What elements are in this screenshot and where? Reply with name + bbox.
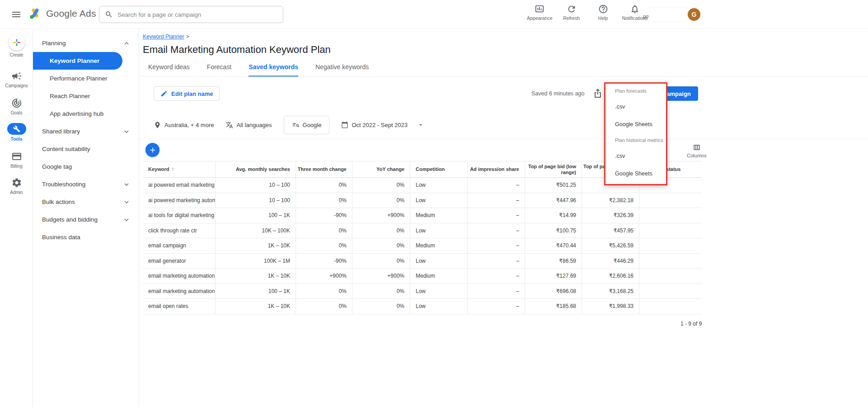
cell-three-month-change: +900% <box>296 269 352 284</box>
plan-forecasts-section-label: Plan forecasts <box>605 84 666 98</box>
table-row[interactable]: email open rates 1K – 10K 0% 0% Low – ₹1… <box>143 299 702 314</box>
cell-top-bid-low: ₹127.69 <box>525 269 582 284</box>
table-row[interactable]: ai tools for digital marketing 100 – 1K … <box>143 208 702 223</box>
cell-account-status <box>639 193 702 208</box>
cell-competition: Medium <box>410 208 468 223</box>
global-search[interactable] <box>99 6 283 23</box>
table-row[interactable]: email marketing automation 1K – 10K +900… <box>143 269 702 284</box>
sidebar-item-content-suitability[interactable]: Content suitability <box>33 140 139 158</box>
edit-plan-name-button[interactable]: Edit plan name <box>154 86 220 101</box>
cell-avg-monthly-searches: 1K – 10K <box>216 269 296 284</box>
billing-icon <box>0 151 33 162</box>
export-dropdown-menu: Plan forecasts .csv Google Sheets Plan h… <box>604 82 667 185</box>
menu-icon[interactable] <box>11 9 22 20</box>
sidebar-item-keyword-planner[interactable]: Keyword Planner <box>33 52 122 70</box>
cell-competition: Low <box>410 193 468 208</box>
rail-item-tools[interactable]: Tools <box>0 123 33 142</box>
locations-filter[interactable]: Australia, + 4 more <box>154 121 214 129</box>
location-pin-icon <box>154 121 161 129</box>
rail-item-campaigns[interactable]: Campaigns <box>0 71 33 88</box>
cell-yoy-change: 0% <box>352 193 410 208</box>
menu-item-forecasts-csv[interactable]: .csv <box>605 98 666 115</box>
help-button[interactable]: Help <box>591 4 616 21</box>
menu-item-historical-google-sheets[interactable]: Google Sheets <box>605 165 666 182</box>
header-top-bid-low[interactable]: Top of page bid (low range) <box>525 161 582 177</box>
cell-competition: Low <box>410 284 468 299</box>
header-competition[interactable]: Competition <box>410 161 468 177</box>
sidebar-item-google-tag[interactable]: Google tag <box>33 158 139 175</box>
refresh-button[interactable]: Refresh <box>559 4 584 21</box>
table-row[interactable]: click through rate ctr 10K – 100K 0% 0% … <box>143 223 702 239</box>
menu-item-forecasts-google-sheets[interactable]: Google Sheets <box>605 115 666 133</box>
cell-competition: Low <box>410 178 468 193</box>
cell-competition: Low <box>410 254 468 269</box>
tab-forecast[interactable]: Forecast <box>207 63 231 77</box>
header-three-month-change[interactable]: Three month change <box>296 161 352 177</box>
chevron-down-icon <box>122 198 131 206</box>
cell-account-status <box>639 223 702 238</box>
pagination-text: 1 - 9 of 9 <box>680 321 702 327</box>
header-yoy-change[interactable]: YoY change <box>352 161 410 177</box>
saved-status-text: Saved 6 minutes ago <box>531 90 584 97</box>
sidebar-section-troubleshooting[interactable]: Troubleshooting <box>33 175 139 193</box>
cell-three-month-change: 0% <box>296 238 352 253</box>
sidebar-section-budgets-and-bidding[interactable]: Budgets and bidding <box>33 211 139 228</box>
cell-yoy-change: 0% <box>352 238 410 253</box>
app-advertising-hub-label: App advertising hub <box>50 110 103 117</box>
languages-filter[interactable]: All languages <box>225 121 272 129</box>
budgets-and-bidding-label: Budgets and bidding <box>42 216 98 223</box>
rail-item-admin[interactable]: Admin <box>0 177 33 195</box>
sort-ascending-icon: ↑ <box>171 166 174 172</box>
sidebar-item-performance-planner[interactable]: Performance Planner <box>33 70 139 87</box>
avatar[interactable]: G <box>688 8 700 21</box>
cell-avg-monthly-searches: 10K – 100K <box>216 223 296 238</box>
tab-keyword-ideas[interactable]: Keyword ideas <box>148 63 190 77</box>
date-range-filter[interactable]: Oct 2022 - Sept 2023 <box>341 121 424 128</box>
sidebar-item-business-data[interactable]: Business data <box>33 228 139 246</box>
table-row[interactable]: email generator 100K – 1M -90% 0% Low – … <box>143 254 702 269</box>
network-filter[interactable]: Google <box>284 116 330 134</box>
header-ad-impression-share[interactable]: Ad impression share <box>468 161 525 177</box>
notifications-icon <box>630 4 640 14</box>
add-keywords-button[interactable] <box>145 143 160 157</box>
table-row[interactable]: email marketing automation s… 100 – 1K 0… <box>143 284 702 299</box>
refresh-label: Refresh <box>563 15 580 21</box>
cell-top-bid-high: ₹457.95 <box>582 223 639 238</box>
cell-three-month-change: 0% <box>296 178 352 193</box>
sidebar-nav: Planning Keyword Planner Performance Pla… <box>33 29 139 407</box>
table-row[interactable]: email campaign 1K – 10K 0% 0% Medium – ₹… <box>143 238 702 254</box>
appearance-button[interactable]: Appearance <box>527 4 553 21</box>
help-icon <box>598 4 608 14</box>
columns-button[interactable]: Columns <box>684 143 709 158</box>
header-avg-monthly-searches[interactable]: Avg. monthly searches <box>216 161 296 177</box>
google-ads-logo[interactable]: Google Ads <box>28 6 96 21</box>
sidebar-item-reach-planner[interactable]: Reach Planner <box>33 87 139 105</box>
download-share-icon[interactable] <box>592 88 603 99</box>
sidebar-item-app-advertising-hub[interactable]: App advertising hub <box>33 105 139 123</box>
header-keyword[interactable]: Keyword ↑ <box>143 161 216 177</box>
rail-item-create[interactable]: Create <box>0 34 33 57</box>
chevron-down-icon <box>122 180 131 189</box>
menu-item-historical-csv[interactable]: .csv <box>605 147 666 165</box>
rail-goals-label: Goals <box>0 110 33 115</box>
tab-saved-keywords[interactable]: Saved keywords <box>249 63 298 77</box>
cell-ad-impression-share: – <box>468 223 525 238</box>
masked-account-box <box>649 7 687 22</box>
rail-item-goals[interactable]: Goals <box>0 98 33 115</box>
create-plus-icon <box>9 34 25 51</box>
sidebar-section-bulk-actions[interactable]: Bulk actions <box>33 193 139 211</box>
breadcrumb-keyword-planner-link[interactable]: Keyword Planner <box>143 33 184 40</box>
search-input[interactable] <box>117 11 277 18</box>
cell-top-bid-high: ₹1,998.33 <box>582 299 639 314</box>
cell-keyword: ai powered marketing automat… <box>143 193 216 208</box>
planning-label: Planning <box>42 40 66 47</box>
cell-top-bid-high: ₹5,426.59 <box>582 238 639 253</box>
tab-negative-keywords[interactable]: Negative keywords <box>315 63 369 77</box>
cell-top-bid-low: ₹501.25 <box>525 178 582 193</box>
table-row[interactable]: ai powered marketing automat… 10 – 100 0… <box>143 193 702 208</box>
cell-three-month-change: 0% <box>296 193 352 208</box>
caret-down-icon <box>417 121 424 128</box>
sidebar-section-planning[interactable]: Planning <box>33 34 139 52</box>
sidebar-section-shared-library[interactable]: Shared library <box>33 123 139 140</box>
rail-item-billing[interactable]: Billing <box>0 151 33 169</box>
